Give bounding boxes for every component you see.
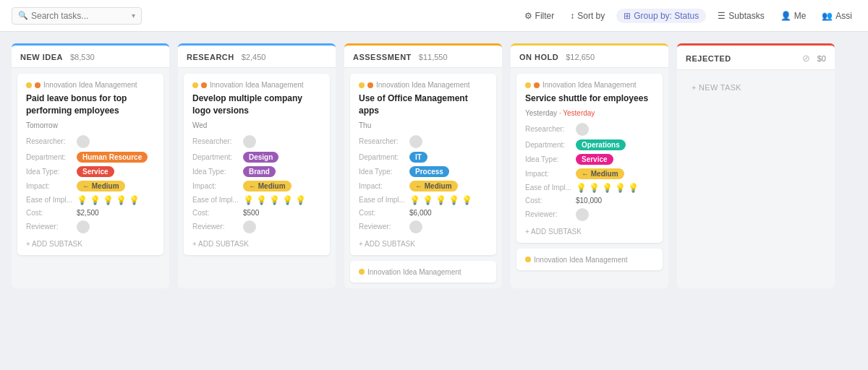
card-field: Ease of Impl...💡💡💡💡💡 (192, 195, 321, 205)
bulb-dim: 💡 (295, 195, 306, 205)
impact-badge[interactable]: ← Medium (576, 168, 624, 179)
column-amount: $2,450 (242, 53, 266, 61)
card-field: Reviewer: (525, 208, 654, 221)
card-tags: Innovation Idea Management (359, 81, 488, 89)
card-field: Cost:$6,000 (359, 209, 488, 217)
sort-icon: ↕ (570, 11, 574, 21)
tag-dot (525, 257, 531, 262)
orange-dot (201, 82, 207, 88)
cards-area: Innovation Idea ManagementDevelop multip… (178, 68, 336, 261)
card-field: Ease of Impl...💡💡💡💡💡 (26, 195, 155, 205)
add-subtask-button[interactable]: + ADD SUBTASK (359, 237, 488, 248)
field-label: Cost: (26, 209, 72, 217)
field-label: Department: (192, 153, 239, 161)
bulb-dim: 💡 (448, 195, 459, 205)
card-tags: Innovation Idea Management (525, 81, 654, 89)
card-field: Researcher: (26, 135, 155, 148)
column-header-new-idea: NEW IDEA$8,530 (12, 43, 169, 68)
assignee-button[interactable]: 👥 Assi (817, 9, 856, 23)
idea-type-badge[interactable]: Service (77, 166, 114, 177)
department-badge[interactable]: Human Resource (77, 152, 148, 163)
cost-value: $10,000 (576, 197, 602, 205)
department-badge[interactable]: Operations (576, 139, 626, 150)
card-field: Department:IT (359, 152, 488, 163)
card-field: Idea Type:Brand (192, 166, 321, 177)
new-task-button[interactable]: + NEW TASK (683, 76, 829, 99)
toolbar-actions: ⚙ Filter ↕ Sort by ⊞ Group by: Status ☰ … (520, 9, 856, 23)
card-date: Yesterday · Yesterday (525, 109, 654, 117)
column-amount: $12,650 (566, 53, 595, 61)
column-title: ON HOLD (519, 53, 558, 61)
tag-label: Innovation Idea Management (542, 81, 637, 89)
field-label: Idea Type: (525, 155, 571, 163)
column-header-assessment: ASSESSMENT$11,550 (344, 43, 502, 68)
bulb-lit: 💡 (90, 195, 101, 205)
idea-type-badge[interactable]: Brand (243, 166, 276, 177)
bulb-dim: 💡 (282, 195, 293, 205)
bulb-dim: 💡 (615, 183, 626, 193)
column-rejected: REJECTED⊘$0+ NEW TASK (677, 43, 835, 288)
me-button[interactable]: 👤 Me (776, 9, 811, 23)
idea-type-badge[interactable]: Service (576, 154, 613, 165)
bulb-dim: 💡 (461, 195, 472, 205)
card-field: Reviewer: (359, 220, 488, 233)
reviewer-avatar (243, 220, 256, 233)
task-card[interactable]: Innovation Idea ManagementDevelop multip… (184, 74, 330, 255)
cards-area: Innovation Idea ManagementService shuttl… (511, 68, 668, 276)
search-input[interactable] (31, 11, 125, 21)
bulb-dim: 💡 (116, 195, 127, 205)
department-badge[interactable]: IT (409, 152, 427, 163)
add-subtask-button[interactable]: + ADD SUBTASK (525, 225, 654, 236)
add-subtask-button[interactable]: + ADD SUBTASK (26, 237, 155, 248)
card-field: Reviewer: (26, 220, 155, 233)
card-field: Ease of Impl...💡💡💡💡💡 (525, 183, 654, 193)
rejected-icon: ⊘ (802, 53, 810, 64)
card-tags: Innovation Idea Management (26, 81, 155, 89)
add-subtask-button[interactable]: + ADD SUBTASK (192, 237, 321, 248)
yellow-dot (525, 82, 531, 88)
yellow-dot (192, 82, 198, 88)
department-badge[interactable]: Design (243, 152, 278, 163)
filter-button[interactable]: ⚙ Filter (520, 9, 559, 23)
impact-badge[interactable]: ← Medium (77, 181, 125, 192)
column-title: ASSESSMENT (353, 53, 412, 61)
cost-value: $500 (243, 209, 259, 217)
bulb-dim: 💡 (103, 195, 114, 205)
card-tags: Innovation Idea Management (192, 81, 321, 89)
impact-badge[interactable]: ← Medium (409, 181, 458, 192)
field-label: Department: (525, 141, 571, 149)
task-card[interactable]: Innovation Idea ManagementUse of Office … (350, 74, 496, 255)
subtasks-button[interactable]: ☰ Subtasks (713, 9, 768, 23)
column-header-research: RESEARCH$2,450 (178, 43, 336, 68)
group-button[interactable]: ⊞ Group by: Status (616, 9, 706, 23)
field-label: Cost: (359, 209, 405, 217)
bulb-lit: 💡 (77, 195, 88, 205)
field-label: Impact: (192, 182, 239, 190)
task-card[interactable]: Innovation Idea ManagementService shuttl… (516, 74, 663, 243)
cost-value: $6,000 (409, 209, 432, 217)
orange-dot (534, 82, 540, 88)
task-card[interactable]: Innovation Idea ManagementPaid leave bon… (17, 74, 163, 255)
filter-icon: ⚙ (524, 11, 532, 21)
field-label: Impact: (525, 170, 571, 178)
board: NEW IDEA$8,530Innovation Idea Management… (0, 32, 868, 300)
card-field: Cost:$10,000 (525, 197, 654, 205)
field-label: Researcher: (26, 137, 72, 145)
card-field: Idea Type:Process (359, 166, 488, 177)
reviewer-avatar (409, 220, 422, 233)
field-label: Ease of Impl... (525, 184, 571, 192)
tag-label: Innovation Idea Management (534, 256, 628, 264)
tag-label: Innovation Idea Management (376, 81, 470, 89)
search-container[interactable]: 🔍 ▾ (12, 7, 142, 25)
sort-button[interactable]: ↕ Sort by (566, 9, 609, 23)
card-field: Impact:← Medium (525, 168, 654, 179)
column-header-on-hold: ON HOLD$12,650 (511, 43, 668, 68)
idea-type-badge[interactable]: Process (409, 166, 449, 177)
column-assessment: ASSESSMENT$11,550Innovation Idea Managem… (344, 43, 502, 288)
impact-badge[interactable]: ← Medium (243, 181, 292, 192)
column-amount: $0 (817, 54, 826, 63)
assignee-icon: 👥 (822, 11, 833, 21)
field-label: Cost: (525, 197, 571, 205)
card-title: Paid leave bonus for top performing empl… (26, 92, 155, 117)
card-field: Reviewer: (192, 220, 321, 233)
